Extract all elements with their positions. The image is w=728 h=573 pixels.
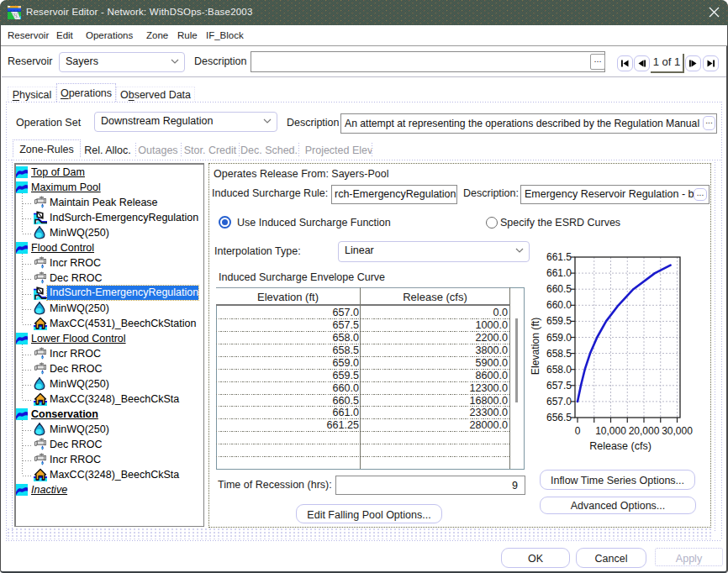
svg-text:657.5: 657.5 xyxy=(546,380,572,392)
svg-text:660.5: 660.5 xyxy=(546,283,572,295)
svg-text:Elevation (ft): Elevation (ft) xyxy=(530,318,541,375)
svg-text:30,000: 30,000 xyxy=(662,425,693,437)
svg-text:661.5: 661.5 xyxy=(546,251,572,263)
svg-text:661.0: 661.0 xyxy=(546,267,572,279)
svg-text:660.0: 660.0 xyxy=(546,299,572,311)
svg-text:Release (cfs): Release (cfs) xyxy=(589,440,652,452)
svg-text:659.5: 659.5 xyxy=(546,315,572,327)
svg-text:0: 0 xyxy=(575,425,581,437)
svg-text:659.0: 659.0 xyxy=(546,332,572,344)
svg-text:658.5: 658.5 xyxy=(546,348,572,360)
svg-text:658.0: 658.0 xyxy=(546,364,572,376)
svg-text:657.0: 657.0 xyxy=(546,396,572,407)
svg-text:10,000: 10,000 xyxy=(595,425,626,437)
svg-text:656.5: 656.5 xyxy=(546,412,572,423)
svg-text:20,000: 20,000 xyxy=(629,425,660,437)
